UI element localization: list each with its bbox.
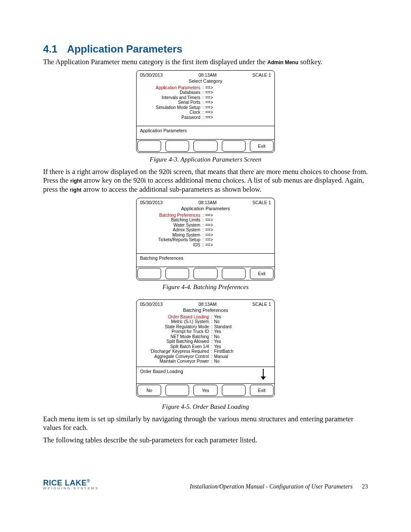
softkey-button[interactable] bbox=[137, 268, 161, 279]
menu-item[interactable]: Clock:==> bbox=[140, 110, 271, 115]
menu-item-label: Admix System bbox=[140, 227, 202, 233]
softkey-button[interactable]: Yes bbox=[193, 385, 217, 396]
menu-item[interactable]: Simulation Mode Setup:==> bbox=[140, 105, 271, 110]
brand-name: RICE LAKE bbox=[43, 479, 87, 487]
brand-tagline: WEIGHING SYSTEMS bbox=[43, 487, 99, 490]
menu-item-value: ==> bbox=[205, 90, 213, 95]
paragraph-4: The following tables describe the sub-pa… bbox=[43, 436, 368, 445]
softkey-button[interactable] bbox=[193, 268, 217, 279]
screen-2: 05/30/2013 08:13AM SCALE 1 Application P… bbox=[136, 198, 275, 280]
menu-item-value: Yes bbox=[213, 344, 221, 349]
menu-item-value: Yes bbox=[213, 329, 221, 334]
menu-item-label: State Regulatory Mode bbox=[140, 324, 210, 330]
menu-item[interactable]: IDS:==> bbox=[140, 243, 271, 248]
menu-item-value: ==> bbox=[205, 233, 213, 238]
menu-item-label: Password bbox=[140, 115, 202, 120]
menu-item[interactable]: Split Batching Allowed:Yes bbox=[140, 339, 271, 344]
admin-menu-label: Admin Menu bbox=[268, 59, 299, 65]
menu-item[interactable]: Aggregate Conveyor Control:Manual bbox=[140, 354, 271, 359]
menu-item-label: Prompt for Truck ID bbox=[140, 329, 210, 334]
softkey-button[interactable] bbox=[222, 385, 246, 396]
right-label-2: right bbox=[70, 187, 81, 193]
screen1-menu[interactable]: Application Parameters:==>Databases:==>I… bbox=[137, 84, 274, 126]
menu-item[interactable]: Split Batch Even 1/4:Yes bbox=[140, 344, 271, 349]
menu-item[interactable]: State Regulatory Mode:Standard bbox=[140, 324, 271, 330]
softkey-button[interactable] bbox=[165, 268, 189, 279]
menu-item[interactable]: Maintain Conveyor Power:No bbox=[140, 359, 271, 364]
figure-4-3: 05/30/2013 08:13AM SCALE 1 Select Catego… bbox=[43, 70, 368, 163]
paragraph-2: If there is a right arrow displayed on t… bbox=[43, 168, 368, 194]
menu-item[interactable]: Metric (S.I.) System:No bbox=[140, 319, 271, 324]
screen1-date: 05/30/2013 bbox=[140, 72, 163, 78]
menu-item[interactable]: Mixing System:==> bbox=[140, 233, 271, 238]
softkey-button[interactable] bbox=[137, 140, 161, 152]
menu-item-label: Simulation Mode Setup bbox=[140, 105, 202, 110]
menu-item[interactable]: Prompt for Truck ID:Yes bbox=[140, 329, 271, 334]
screen2-scale: SCALE 1 bbox=[252, 200, 271, 205]
brand-logo: RICE LAKE® WEIGHING SYSTEMS bbox=[43, 479, 99, 490]
menu-item-value: Yes bbox=[213, 314, 221, 320]
screen2-title: Application Parameters bbox=[137, 205, 274, 212]
menu-item[interactable]: Serial Ports:==> bbox=[140, 100, 271, 105]
menu-item-label: Order Based Loading bbox=[140, 314, 210, 320]
screen2-softkeys: Exit bbox=[137, 267, 274, 280]
menu-item[interactable]: 'Discharge' Keypress Required:FirstBatch bbox=[140, 349, 271, 354]
softkey-button[interactable]: Exit bbox=[250, 268, 274, 279]
screen1-time: 08:13AM bbox=[199, 72, 217, 78]
softkey-button[interactable] bbox=[193, 140, 217, 152]
menu-item-label: Water System bbox=[140, 223, 202, 228]
menu-item[interactable]: Password:==> bbox=[140, 115, 271, 120]
softkey-button[interactable] bbox=[222, 268, 246, 279]
menu-item[interactable]: Admix System:==> bbox=[140, 227, 271, 233]
doc-title: Installation/Operation Manual - Configur… bbox=[190, 483, 353, 490]
screen2-menu[interactable]: Batching Preferences:==>Batching Limits:… bbox=[137, 212, 274, 253]
intro-paragraph: The Application Parameter menu category … bbox=[43, 58, 368, 67]
menu-item[interactable]: Databases:==> bbox=[140, 90, 271, 95]
screen1-status: Application Parameters bbox=[140, 128, 271, 136]
menu-item-label: Clock bbox=[140, 110, 202, 115]
softkey-button[interactable] bbox=[165, 140, 189, 152]
figure-4-5: 05/30/2013 08:13AM SCALE 1 Batching Pref… bbox=[43, 299, 368, 411]
menu-item-label: Batching Limits bbox=[140, 218, 202, 223]
menu-item[interactable]: Order Based Loading:Yes bbox=[140, 314, 271, 320]
menu-item-value: ==> bbox=[205, 85, 213, 90]
screen2-date: 05/30/2013 bbox=[140, 200, 163, 205]
menu-item-value: FirstBatch bbox=[213, 349, 234, 354]
menu-item-value: ==> bbox=[205, 213, 213, 218]
menu-item[interactable]: NET Mode Batching:No bbox=[140, 334, 271, 339]
page-number: 23 bbox=[362, 483, 368, 490]
softkey-button[interactable] bbox=[222, 140, 246, 152]
menu-item-value: ==> bbox=[205, 227, 213, 233]
screen2-status: Batching Preferences bbox=[140, 255, 271, 263]
softkey-button[interactable]: Exit bbox=[250, 140, 274, 152]
menu-item-value: ==> bbox=[205, 223, 213, 228]
menu-item-label: 'Discharge' Keypress Required bbox=[140, 349, 210, 354]
menu-item-value: No bbox=[213, 319, 220, 324]
menu-item[interactable]: Batching Preferences:==> bbox=[140, 213, 271, 218]
svg-marker-1 bbox=[261, 376, 266, 380]
menu-item-value: ==> bbox=[205, 237, 213, 243]
menu-item-value: ==> bbox=[205, 243, 213, 248]
menu-item[interactable]: Batching Limits:==> bbox=[140, 218, 271, 223]
footer-doc-title: Installation/Operation Manual - Configur… bbox=[190, 483, 368, 490]
softkey-button[interactable]: Exit bbox=[250, 385, 274, 396]
menu-item[interactable]: Water System:==> bbox=[140, 223, 271, 228]
menu-item-value: No bbox=[213, 334, 220, 339]
menu-item[interactable]: Intervals and Timers:==> bbox=[140, 95, 271, 100]
section-heading: 4.1Application Parameters bbox=[43, 43, 368, 55]
screen3-time: 08:13AM bbox=[199, 302, 217, 307]
menu-item-value: ==> bbox=[205, 100, 213, 105]
menu-item[interactable]: Tickets/Reports Setup:==> bbox=[140, 237, 271, 243]
figure-4-3-caption: Figure 4-3. Application Parameters Scree… bbox=[43, 156, 368, 163]
menu-item-label: NET Mode Batching bbox=[140, 334, 210, 339]
menu-item-label: Batching Preferences bbox=[140, 213, 202, 218]
screen3-status: Order Based Loading bbox=[140, 369, 257, 380]
softkey-button[interactable]: No bbox=[137, 385, 161, 396]
section-title: Application Parameters bbox=[67, 43, 182, 55]
softkey-button[interactable] bbox=[165, 385, 189, 396]
menu-item[interactable]: Application Parameters:==> bbox=[140, 85, 271, 90]
right-label-1: right bbox=[70, 178, 82, 184]
menu-item-label: Mixing System bbox=[140, 233, 202, 238]
menu-item-label: Maintain Conveyor Power bbox=[140, 359, 210, 364]
screen3-menu[interactable]: Order Based Loading:YesMetric (S.I.) Sys… bbox=[137, 314, 274, 367]
